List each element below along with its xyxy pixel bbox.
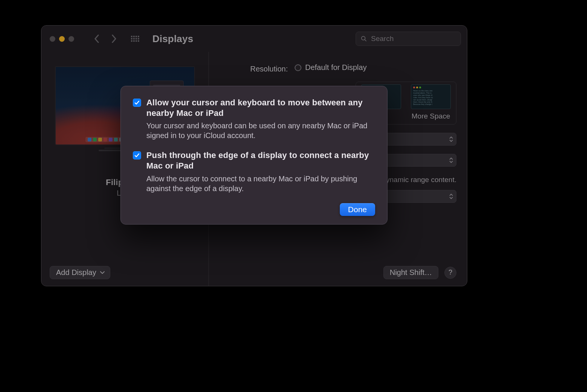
- option-description: Allow the cursor to connect to a nearby …: [146, 174, 375, 193]
- option-title: Push through the edge of a display to co…: [146, 150, 375, 171]
- universal-control-sheet: Allow your cursor and keyboard to move b…: [120, 86, 388, 225]
- checkmark-icon: [134, 100, 140, 105]
- option-title: Allow your cursor and keyboard to move b…: [146, 97, 375, 119]
- checkbox-push-through-edge[interactable]: [133, 151, 141, 160]
- done-label: Done: [348, 205, 367, 214]
- checkbox-allow-cursor-keyboard[interactable]: [133, 99, 141, 107]
- option-description: Your cursor and keyboard can be used on …: [146, 121, 375, 140]
- option-allow-cursor-keyboard: Allow your cursor and keyboard to move b…: [133, 97, 375, 140]
- done-button[interactable]: Done: [340, 203, 375, 216]
- checkmark-icon: [134, 153, 140, 158]
- option-push-through-edge: Push through the edge of a display to co…: [133, 150, 375, 193]
